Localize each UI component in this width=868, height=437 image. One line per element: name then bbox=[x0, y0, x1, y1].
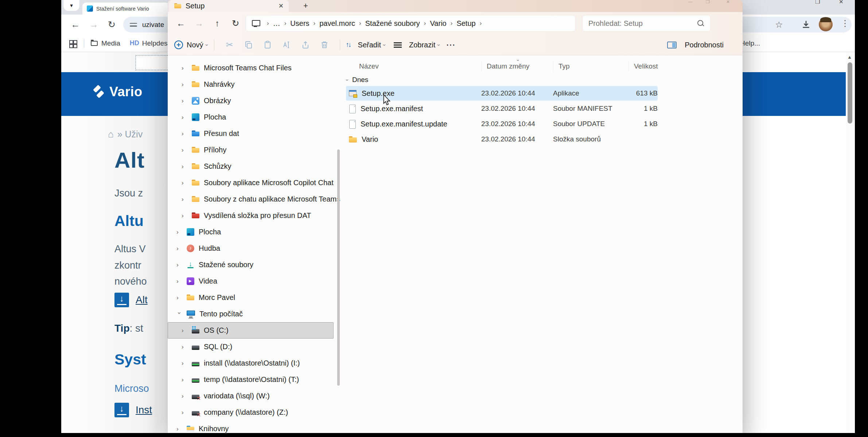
tune-icon[interactable] bbox=[130, 22, 137, 28]
sidebar-item-selected[interactable]: OS (C:) bbox=[168, 322, 334, 339]
breadcrumb-item[interactable]: Stažené soubory bbox=[365, 19, 420, 28]
file-row[interactable]: Setup.exe 23.02.2026 10:44 Aplikace 613 … bbox=[346, 86, 658, 101]
helpdesk-logo[interactable]: HD bbox=[130, 39, 139, 47]
explorer-restore-icon[interactable] bbox=[706, 0, 710, 4]
explorer-close-icon[interactable] bbox=[726, 0, 730, 4]
download-link[interactable]: Inst bbox=[136, 404, 152, 416]
tab-search-button[interactable] bbox=[63, 0, 79, 11]
column-header-date[interactable]: Datum změny bbox=[481, 61, 553, 71]
chevron-right-icon[interactable] bbox=[182, 409, 187, 416]
chevron-right-icon[interactable] bbox=[176, 261, 182, 269]
tab-close-icon[interactable] bbox=[279, 2, 284, 10]
chevron-down-icon[interactable] bbox=[204, 44, 210, 46]
new-button[interactable]: Nový bbox=[187, 41, 203, 49]
chevron-right-icon[interactable] bbox=[182, 130, 187, 137]
this-pc-icon[interactable] bbox=[251, 20, 260, 27]
browser-reload-button[interactable] bbox=[108, 19, 116, 30]
sidebar-item[interactable]: variodata (\\sql) (W:) bbox=[168, 388, 334, 404]
chevron-right-icon[interactable] bbox=[182, 65, 187, 72]
more-options-icon[interactable] bbox=[446, 39, 456, 51]
column-header-size[interactable]: Velikost bbox=[628, 61, 658, 71]
nav-forward-button[interactable] bbox=[191, 18, 207, 28]
chevron-down-icon[interactable] bbox=[436, 44, 442, 46]
page-scrollbar[interactable] bbox=[846, 52, 854, 433]
chevron-right-icon[interactable] bbox=[182, 147, 187, 154]
nav-refresh-button[interactable] bbox=[227, 18, 244, 28]
sidebar-item[interactable]: Videa bbox=[168, 273, 334, 289]
chevron-right-icon[interactable] bbox=[182, 163, 187, 170]
chevron-right-icon[interactable] bbox=[176, 229, 182, 236]
download-icon[interactable] bbox=[114, 293, 129, 307]
sidebar-item[interactable]: Přesun dat bbox=[168, 125, 334, 142]
copy-icon[interactable] bbox=[239, 40, 258, 49]
chevron-right-icon[interactable] bbox=[182, 81, 187, 88]
sidebar-item[interactable]: company (\\datastore) (Z:) bbox=[168, 404, 334, 421]
sort-button[interactable]: Seřadit bbox=[358, 41, 381, 49]
sidebar-item[interactable]: Soubory aplikace Microsoft Copilot Chat bbox=[168, 175, 334, 191]
bookmark-star-icon[interactable] bbox=[775, 20, 783, 30]
breadcrumb-item[interactable]: Vario bbox=[430, 19, 447, 28]
chevron-right-icon[interactable] bbox=[182, 179, 187, 187]
sidebar-item[interactable]: install (\\datastore\Ostatni) (I:) bbox=[168, 355, 334, 371]
download-link[interactable]: Alt bbox=[136, 294, 148, 306]
bookmark-helpdesk[interactable]: Helpdesk bbox=[142, 39, 171, 47]
bookmark-folder-icon[interactable] bbox=[91, 41, 98, 46]
browser-back-button[interactable] bbox=[71, 19, 80, 30]
new-tab-icon[interactable] bbox=[303, 1, 308, 11]
nav-back-button[interactable] bbox=[173, 18, 189, 28]
chevron-right-icon[interactable] bbox=[182, 212, 187, 219]
sidebar-item-this-pc[interactable]: Tento počítač bbox=[168, 306, 334, 322]
chevron-down-icon[interactable] bbox=[345, 79, 351, 81]
sidebar-item[interactable]: Vysdílená složka pro přesun DAT bbox=[168, 207, 334, 224]
chevron-right-icon[interactable] bbox=[182, 327, 187, 334]
downloads-icon[interactable] bbox=[801, 20, 811, 31]
sidebar-scrollbar[interactable] bbox=[337, 149, 340, 386]
sidebar-item[interactable]: Přílohy bbox=[168, 142, 334, 158]
breadcrumb-item[interactable]: Setup bbox=[456, 19, 475, 28]
sidebar-item[interactable]: Plocha bbox=[168, 224, 334, 240]
chevron-right-icon[interactable] bbox=[176, 278, 182, 285]
details-pane-button[interactable]: Podrobnosti bbox=[667, 41, 727, 49]
file-row[interactable]: Vario 23.02.2026 10:44 Složka souborů bbox=[346, 132, 658, 147]
chevron-right-icon[interactable] bbox=[176, 245, 182, 252]
sidebar-item[interactable]: Plocha bbox=[168, 109, 334, 125]
sidebar-item[interactable]: Microsoft Teams Chat Files bbox=[168, 60, 334, 76]
nav-up-button[interactable] bbox=[209, 18, 225, 28]
sidebar-item[interactable]: Knihovny bbox=[168, 421, 334, 433]
chevron-down-icon[interactable] bbox=[382, 44, 388, 46]
chevron-right-icon[interactable] bbox=[182, 196, 187, 203]
view-button[interactable]: Zobrazit bbox=[409, 41, 435, 49]
sidebar-item[interactable]: Nahrávky bbox=[168, 76, 334, 93]
breadcrumb-overflow[interactable]: … bbox=[273, 19, 280, 28]
breadcrumb-item[interactable]: pavel.morc bbox=[319, 19, 355, 28]
breadcrumb-item[interactable]: Users bbox=[290, 19, 309, 28]
chevron-down-icon[interactable] bbox=[176, 312, 183, 318]
sidebar-item[interactable]: Morc Pavel bbox=[168, 289, 334, 306]
explorer-tab[interactable]: Setup bbox=[169, 0, 289, 12]
chevron-right-icon[interactable] bbox=[182, 376, 187, 383]
chevron-right-icon[interactable] bbox=[182, 360, 187, 367]
new-plus-icon[interactable] bbox=[174, 40, 183, 49]
bookmark-help[interactable]: Help... bbox=[740, 39, 760, 47]
paste-icon[interactable] bbox=[258, 40, 277, 49]
vario-brand[interactable]: Vario bbox=[93, 84, 143, 100]
sidebar-item[interactable]: Schůzky bbox=[168, 158, 334, 175]
cut-icon[interactable] bbox=[220, 40, 239, 50]
group-header[interactable]: Dnes bbox=[341, 74, 743, 86]
file-row[interactable]: Setup.exe.manifest 23.02.2026 10:44 Soub… bbox=[346, 101, 658, 116]
share-icon[interactable] bbox=[296, 40, 315, 49]
home-icon[interactable] bbox=[108, 129, 114, 140]
chevron-right-icon[interactable] bbox=[176, 425, 182, 433]
chevron-right-icon[interactable] bbox=[176, 294, 182, 301]
column-header-name[interactable]: Název bbox=[346, 62, 481, 70]
bookmark-media[interactable]: Media bbox=[101, 39, 120, 47]
page-link[interactable]: Microso bbox=[114, 383, 149, 394]
window-close-icon[interactable] bbox=[839, 0, 844, 5]
sidebar-item[interactable]: SQL (D:) bbox=[168, 339, 334, 355]
breadcrumb-bar[interactable]: … Users pavel.morc Stažené soubory Vario… bbox=[246, 15, 576, 32]
chevron-right-icon[interactable] bbox=[182, 393, 187, 400]
window-restore-icon[interactable] bbox=[815, 0, 820, 5]
sidebar-item[interactable]: Obrázky bbox=[168, 93, 334, 109]
search-icon[interactable] bbox=[697, 20, 704, 27]
apps-grid-icon[interactable] bbox=[69, 40, 76, 47]
